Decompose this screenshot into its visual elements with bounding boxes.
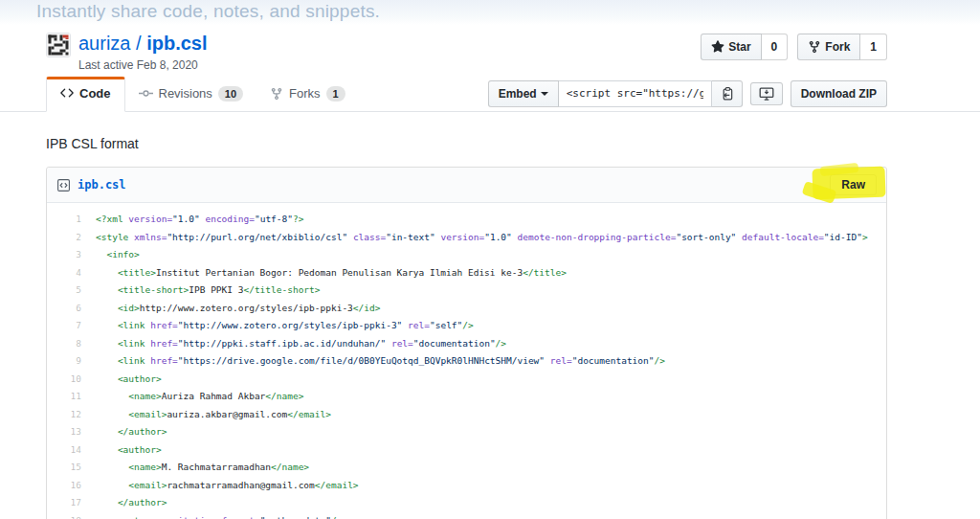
code-line: 15 <name>M. Rachmatarramadhan</name>	[47, 459, 886, 477]
code-line: 7 <link href="http://www.zotero.org/styl…	[47, 317, 886, 335]
file-code-icon	[56, 178, 71, 192]
line-number[interactable]: 14	[47, 441, 81, 460]
line-number[interactable]: 12	[47, 406, 81, 424]
code-text: <author>	[81, 441, 162, 460]
caret-down-icon	[541, 92, 548, 100]
line-number[interactable]: 17	[47, 494, 81, 512]
code-text: <title>Institut Pertanian Bogor: Pedoman…	[81, 264, 567, 282]
code-line: 18 <category citation-format="author-dat…	[47, 512, 886, 519]
code-text: <title-short>IPB PPKI 3</title-short>	[81, 282, 321, 300]
tab-forks[interactable]: Forks 1	[256, 78, 359, 110]
line-number[interactable]: 18	[47, 512, 81, 519]
fork-count[interactable]: 1	[860, 34, 887, 60]
forks-count-badge: 1	[326, 86, 345, 102]
line-number[interactable]: 16	[47, 477, 81, 495]
code-line: 17 </author>	[47, 494, 886, 512]
code-text: <email>auriza.akbar@gmail.com</email>	[81, 406, 331, 424]
code-line: 1<?xml version="1.0" encoding="utf-8"?>	[47, 211, 886, 229]
code-text: </author>	[81, 423, 167, 441]
code-line: 6 <id>http://www.zotero.org/styles/ipb-p…	[47, 300, 886, 318]
code-icon	[60, 86, 74, 100]
identicon-avatar	[47, 34, 70, 56]
title-separator: /	[130, 33, 146, 54]
code-viewer: 1<?xml version="1.0" encoding="utf-8"?>2…	[47, 203, 886, 519]
file-box: ipb.csl Raw 1<?xml version="1.0" encodin…	[46, 167, 887, 519]
line-number[interactable]: 10	[47, 371, 81, 389]
code-text: <link href="http://www.zotero.org/styles…	[81, 317, 474, 335]
code-line: 16 <email>rachmatarramadhan@gmail.com</e…	[47, 477, 886, 495]
code-line: 5 <title-short>IPB PPKI 3</title-short>	[47, 282, 886, 300]
commit-icon	[139, 86, 153, 101]
copy-embed-button[interactable]	[712, 80, 743, 107]
gist-name-link[interactable]: ipb.csl	[146, 33, 207, 54]
code-text: </author>	[81, 494, 167, 512]
embed-url-input[interactable]	[559, 80, 712, 107]
code-line: 9 <link href="https://drive.google.com/f…	[47, 352, 886, 371]
line-number[interactable]: 1	[47, 211, 81, 229]
star-button[interactable]: Star	[701, 34, 761, 60]
code-line: 3 <info>	[47, 246, 886, 264]
fork-button[interactable]: Fork	[797, 34, 860, 60]
code-text: <id>http://www.zotero.org/styles/ipb-ppk…	[81, 300, 380, 318]
download-zip-button[interactable]: Download ZIP	[791, 80, 887, 107]
star-count[interactable]: 0	[762, 34, 789, 60]
line-number[interactable]: 2	[47, 229, 81, 247]
fork-button-group: Fork 1	[797, 34, 887, 60]
last-active-text: Last active Feb 8, 2020	[78, 58, 208, 72]
line-number[interactable]: 7	[47, 317, 81, 335]
line-number[interactable]: 4	[47, 264, 81, 282]
git-fork-icon	[808, 40, 821, 54]
tab-bar: Code Revisions 10 Forks 1 Embed	[0, 76, 980, 112]
owner-link[interactable]: auriza	[78, 33, 130, 54]
code-text: <category citation-format="author-date"/…	[81, 512, 342, 519]
code-line: 12 <email>auriza.akbar@gmail.com</email>	[47, 406, 886, 424]
code-line: 13 </author>	[47, 423, 886, 441]
code-lines: 1<?xml version="1.0" encoding="utf-8"?>2…	[47, 211, 886, 519]
gist-toolbar: Embed	[488, 80, 887, 107]
line-number[interactable]: 15	[47, 459, 81, 477]
tab-code[interactable]: Code	[46, 77, 125, 112]
code-text: <link href="https://drive.google.com/fil…	[81, 352, 665, 371]
code-line: 8 <link href="http://ppki.staff.ipb.ac.i…	[47, 335, 886, 353]
code-text: <name>M. Rachmatarramadhan</name>	[81, 459, 309, 477]
file-name-link[interactable]: ipb.csl	[78, 178, 126, 192]
code-text: <name>Auriza Rahmad Akbar</name>	[81, 388, 303, 406]
code-line: 11 <name>Auriza Rahmad Akbar</name>	[47, 388, 886, 406]
gist-description: IPB CSL format	[46, 136, 887, 151]
code-text: <email>rachmatarramadhan@gmail.com</emai…	[81, 477, 359, 495]
raw-button-area: Raw	[830, 174, 877, 195]
gist-header: auriza / ipb.csl Last active Feb 8, 2020…	[46, 31, 887, 72]
download-gist-button[interactable]	[750, 82, 783, 105]
code-text: <?xml version="1.0" encoding="utf-8"?>	[81, 211, 303, 229]
line-number[interactable]: 8	[47, 335, 81, 353]
code-text: <style xmlns="http://purl.org/net/xbibli…	[81, 229, 868, 247]
star-button-group: Star 0	[701, 34, 788, 60]
code-line: 14 <author>	[47, 441, 886, 460]
line-number[interactable]: 6	[47, 300, 81, 318]
user-avatar[interactable]	[46, 33, 71, 57]
embed-dropdown-button[interactable]: Embed	[488, 80, 559, 107]
tab-revisions[interactable]: Revisions 10	[125, 78, 257, 110]
star-icon	[711, 40, 724, 54]
code-text: <info>	[81, 246, 140, 264]
line-number[interactable]: 5	[47, 282, 81, 300]
revisions-count-badge: 10	[218, 86, 243, 102]
code-text: <link href="http://ppki.staff.ipb.ac.id/…	[81, 335, 506, 353]
jumbotron-banner: Instantly share code, notes, and snippet…	[0, 0, 980, 25]
gist-tagline: Instantly share code, notes, and snippet…	[0, 0, 980, 22]
embed-group: Embed	[488, 80, 743, 107]
line-number[interactable]: 3	[47, 246, 81, 264]
clipboard-copy-icon	[720, 86, 734, 102]
line-number[interactable]: 9	[47, 352, 81, 371]
line-number[interactable]: 13	[47, 423, 81, 441]
desktop-download-icon	[759, 86, 774, 102]
line-number[interactable]: 11	[47, 388, 81, 406]
code-line: 10 <author>	[47, 371, 886, 389]
code-line: 2<style xmlns="http://purl.org/net/xbibl…	[47, 229, 886, 247]
git-fork-icon	[270, 87, 283, 101]
file-header: ipb.csl Raw	[47, 168, 886, 203]
gist-title: auriza / ipb.csl	[78, 31, 208, 56]
code-line: 4 <title>Institut Pertanian Bogor: Pedom…	[47, 264, 886, 282]
code-text: <author>	[81, 371, 162, 389]
raw-button[interactable]: Raw	[830, 174, 877, 195]
